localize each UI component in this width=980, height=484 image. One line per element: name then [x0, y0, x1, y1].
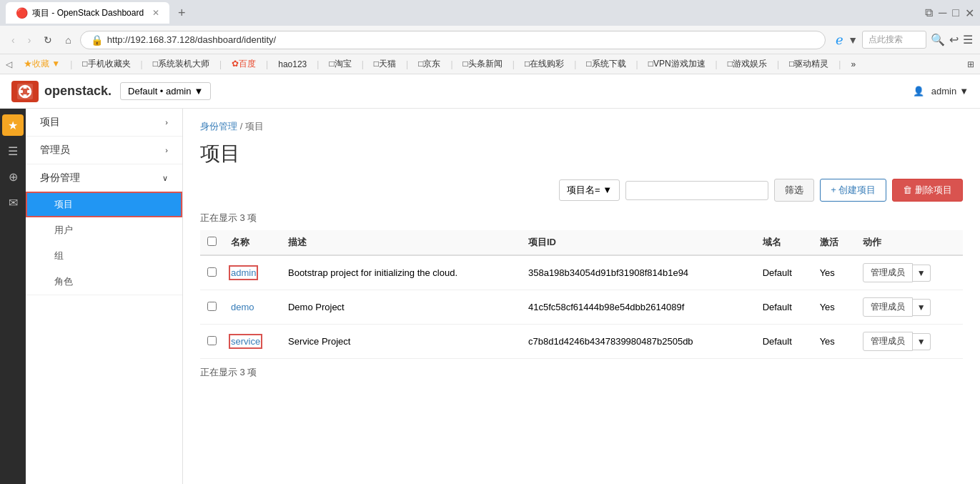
delete-project-button[interactable]: 🗑 删除项目 [892, 179, 963, 202]
back-button[interactable]: ‹ [7, 31, 19, 49]
bookmark-sysdownload[interactable]: □系统下载 [580, 56, 631, 71]
bookmark-favorites[interactable]: ★收藏 ▼ [18, 56, 66, 71]
sidebar-section-identity: 身份管理 ∨ 项目 用户 组 角色 [26, 164, 182, 295]
filter-button[interactable]: 筛选 [774, 179, 814, 202]
home-button[interactable]: ⌂ [61, 31, 75, 49]
nav-menu-icon[interactable]: ☰ [963, 33, 973, 46]
nav-dropdown-icon[interactable]: ▼ [848, 34, 858, 46]
domain-label: Default • admin [128, 86, 191, 97]
count-label-top: 正在显示 3 项 [200, 212, 963, 224]
col-project-id: 项目ID [521, 230, 756, 255]
app-header-left: openstack. Default • admin ▼ [11, 81, 211, 102]
action-btn-demo[interactable]: 管理成员 [863, 297, 913, 317]
sidebar-section-admin: 管理员 › [26, 137, 182, 164]
bookmark-jingdong[interactable]: □京东 [412, 56, 446, 71]
left-icon-social[interactable]: ⊕ [2, 166, 24, 187]
sidebar-item-admin[interactable]: 管理员 › [26, 137, 182, 164]
row-select-demo[interactable] [207, 302, 217, 311]
row-select-admin[interactable] [207, 267, 217, 277]
address-bar[interactable]: 🔒 http://192.168.37.128/dashboard/identi… [80, 31, 826, 49]
left-icon-list[interactable]: ☰ [2, 140, 24, 162]
row-action-demo: 管理成员 ▼ [856, 290, 963, 325]
tab-close-icon[interactable]: ✕ [152, 8, 159, 18]
bookmark-vpn[interactable]: □VPN游戏加速 [643, 56, 711, 71]
action-dropdown-service[interactable]: ▼ [913, 333, 931, 350]
col-name: 名称 [224, 230, 281, 255]
sidebar-subitem-users[interactable]: 用户 [26, 217, 182, 243]
nav-search-box[interactable]: 点此搜索 [862, 31, 926, 49]
breadcrumb-identity[interactable]: 身份管理 [200, 121, 237, 132]
left-icon-mail[interactable]: ✉ [2, 192, 24, 213]
bookmarks-grid-icon[interactable]: ⊞ [967, 59, 974, 69]
row-action-admin: 管理成员 ▼ [856, 255, 963, 290]
project-link-demo[interactable]: demo [231, 302, 254, 312]
sidebar-item-identity-label: 身份管理 [40, 172, 80, 184]
bookmark-toutiao[interactable]: □头条新闻 [457, 56, 508, 71]
nav-back-icon[interactable]: ↩ [949, 33, 959, 46]
bookmark-mobile[interactable]: □手机收藏夹 [76, 56, 136, 71]
bookmark-baidu[interactable]: ✿百度 [226, 56, 262, 71]
browser-titlebar: 🔴 项目 - OpenStack Dashboard ✕ + ⧉ ─ □ ✕ [0, 0, 980, 26]
sidebar-item-project[interactable]: 项目 › [26, 109, 182, 136]
browser-navbar: ‹ › ↻ ⌂ 🔒 http://192.168.37.128/dashboar… [0, 26, 980, 54]
browser-frame: 🔴 项目 - OpenStack Dashboard ✕ + ⧉ ─ □ ✕ ‹… [0, 0, 980, 484]
row-select-service[interactable] [207, 336, 217, 345]
sidebar-item-admin-label: 管理员 [40, 144, 70, 157]
bookmark-more[interactable]: » [845, 58, 861, 71]
project-link-service[interactable]: service [231, 336, 260, 347]
action-btn-service[interactable]: 管理成员 [863, 332, 913, 351]
bookmark-games[interactable]: □游戏娱乐 [722, 56, 773, 71]
browser-tab[interactable]: 🔴 项目 - OpenStack Dashboard ✕ [6, 2, 169, 24]
select-all-checkbox[interactable] [207, 237, 217, 246]
window-minimize-button[interactable]: ─ [939, 6, 946, 19]
bookmark-lottery[interactable]: □在线购彩 [519, 56, 570, 71]
bookmark-taobao[interactable]: □淘宝 [323, 56, 357, 71]
content-area: 身份管理 / 项目 项目 项目名= ▼ 筛选 + 创建项目 🗑 删除项目 正在显… [183, 109, 980, 484]
row-checkbox-admin [200, 255, 224, 290]
new-tab-button[interactable]: + [175, 3, 189, 24]
search-input[interactable] [625, 181, 768, 200]
row-desc-service: Service Project [281, 325, 521, 359]
action-btn-admin[interactable]: 管理成员 [863, 263, 913, 282]
app-layout: openstack. Default • admin ▼ 👤 admin ▼ ★… [0, 74, 980, 484]
sidebar-subitem-roles[interactable]: 角色 [26, 269, 182, 295]
bookmark-hao123[interactable]: hao123 [272, 58, 312, 71]
sidebar-item-identity[interactable]: 身份管理 ∨ [26, 164, 182, 192]
action-dropdown-admin[interactable]: ▼ [913, 265, 931, 282]
nav-search-icon[interactable]: 🔍 [931, 33, 945, 46]
row-active-admin: Yes [813, 255, 856, 290]
window-icon-button[interactable]: ⧉ [925, 6, 933, 19]
window-close-button[interactable]: ✕ [965, 6, 974, 20]
domain-selector-button[interactable]: Default • admin ▼ [120, 82, 211, 100]
col-description: 描述 [281, 230, 521, 255]
left-icon-strip: ★ ☰ ⊕ ✉ [0, 109, 26, 484]
forward-button[interactable]: › [24, 31, 36, 49]
filter-select-button[interactable]: 项目名= ▼ [559, 179, 620, 201]
row-id-demo: 41c5fc58cf61444b98e54dbb2614089f [521, 290, 756, 325]
bookmark-sysinstall[interactable]: □系统装机大师 [147, 56, 215, 71]
row-id-admin: 358a198b34054d91bf31908f814b1e94 [521, 255, 756, 290]
row-active-demo: Yes [813, 290, 856, 325]
left-icon-star[interactable]: ★ [2, 114, 24, 136]
row-id-service: c7b8d1d4246b4347839980487b2505db [521, 325, 756, 359]
user-menu[interactable]: admin ▼ [931, 86, 969, 97]
sidebar-subitem-roles-label: 角色 [54, 276, 73, 287]
user-icon: 👤 [913, 86, 924, 97]
row-name-admin: admin [224, 255, 281, 290]
reload-button[interactable]: ↻ [39, 31, 56, 49]
sidebar-subitem-projects[interactable]: 项目 [26, 192, 182, 217]
bookmark-driver[interactable]: □驱动精灵 [783, 56, 834, 71]
sidebar-toggle-icon[interactable]: ◁ [6, 59, 12, 69]
table-row: admin Bootstrap project for initializing… [200, 255, 963, 290]
svg-rect-3 [27, 90, 31, 93]
sidebar-subitem-groups[interactable]: 组 [26, 243, 182, 269]
project-link-admin[interactable]: admin [231, 267, 256, 278]
window-maximize-button[interactable]: □ [952, 6, 959, 19]
create-project-button[interactable]: + 创建项目 [820, 179, 886, 202]
browser-logo-icon: ℯ [836, 32, 843, 48]
bookmark-tianmao[interactable]: □天猫 [368, 56, 402, 71]
action-dropdown-demo[interactable]: ▼ [913, 299, 931, 316]
svg-rect-5 [24, 94, 27, 97]
sidebar-subitem-groups-label: 组 [54, 250, 64, 261]
nav-right-controls: ℯ ▼ 点此搜索 🔍 ↩ ☰ [836, 31, 973, 49]
